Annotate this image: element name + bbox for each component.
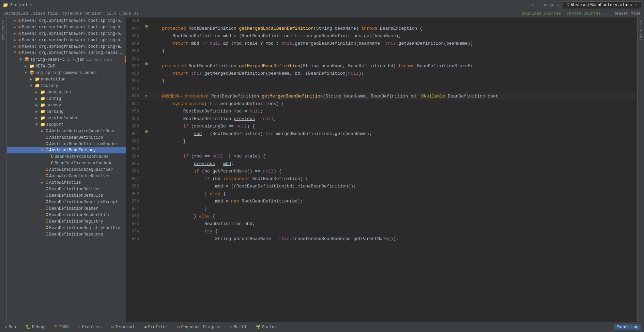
class-abstract-autowire[interactable]: ▶ C AbstractAutowireCapableBear bbox=[7, 128, 126, 134]
class-icon-bppc: C bbox=[51, 154, 53, 159]
minimize-icon[interactable]: — bbox=[556, 2, 560, 9]
code-line-968: 968 mbd = ((RootBeanDefinition)bd).clone… bbox=[126, 183, 637, 190]
jar-root[interactable]: ▼ 📦 spring-beans-5.3.7.jar library root bbox=[7, 56, 126, 63]
class-bean-def-registry[interactable]: ▶ C BeanDefinitionRegistry bbox=[7, 218, 126, 225]
problems-button[interactable]: ⚠ Problems bbox=[76, 324, 104, 330]
class-abstract-bean-factory[interactable]: ▼ C AbstractBeanFactory bbox=[7, 147, 126, 153]
class-bean-post-cache[interactable]: ▶ C BeanPostProcessorCache bbox=[7, 153, 126, 160]
gear-icon[interactable]: ⚙ bbox=[550, 1, 554, 9]
build-button[interactable]: ⚒ Build bbox=[228, 324, 248, 330]
factory-serviceloader[interactable]: ▶ 📁 serviceloader bbox=[7, 115, 126, 121]
maven-item-beans[interactable]: ▼ m Maven: org.springframework:spring-be… bbox=[7, 50, 126, 56]
class-icon-bdd: C bbox=[46, 193, 48, 198]
class-bean-def-resource[interactable]: ▶ C BeanDefinitionResource bbox=[7, 231, 126, 238]
sync-icon[interactable]: ⊕ bbox=[531, 1, 535, 9]
maven-item-2[interactable]: ▶ m Maven: org.springframework.boot:spri… bbox=[7, 24, 126, 30]
factory-annotation[interactable]: ▶ 📁 annotation bbox=[7, 89, 126, 95]
project-sidebar: ▶ m Maven: org.springframework.boot:spri… bbox=[7, 17, 126, 322]
run-button[interactable]: ▶ Run bbox=[3, 324, 18, 330]
top-bar: 📁 Project ▾ ⊕ ⊟ ⊠ ⚙ — C AbstractBeanFact… bbox=[0, 0, 644, 10]
code-content: 946 947 protected RootBeanDefinition get… bbox=[126, 17, 637, 243]
class-abstract-bean-def[interactable]: ▶ C AbstractBeanDefinition bbox=[7, 134, 126, 141]
code-line-956: 956 ▶ @砖业洋— protected RootBeanDefinition… bbox=[126, 92, 637, 100]
profiler-button[interactable]: ◈ Profiler bbox=[142, 324, 170, 330]
seq-icon: ⊡ bbox=[177, 325, 180, 330]
code-line-958: 958 RootBeanDefinition mbd = null; bbox=[126, 108, 637, 115]
close-tab-icon[interactable]: × bbox=[635, 3, 638, 7]
info-bar: Decompiled .class file, bytecode version… bbox=[0, 10, 644, 17]
class-icon-aa: C bbox=[46, 129, 48, 134]
jar-icon: 📦 bbox=[24, 57, 29, 62]
code-line-948: 948 RootBeanDefinition mbd = (RootBeanDe… bbox=[126, 32, 637, 40]
factory-support[interactable]: ▼ 📁 support bbox=[7, 121, 126, 128]
class-autowire-utils[interactable]: ▶ C AutowireUtils bbox=[7, 179, 126, 186]
maven-icon-3: m bbox=[18, 31, 21, 36]
sequence-diagram-button[interactable]: ⊡ Sequence Diagram bbox=[175, 324, 222, 330]
class-autowire-qual[interactable]: ▶ C AutowireCandidateQualifier bbox=[7, 166, 126, 173]
debug-button[interactable]: 🐛 Debug bbox=[24, 324, 46, 330]
package-org[interactable]: ▼ 📦 org.springframework.beans bbox=[7, 70, 126, 76]
gutter-961 bbox=[143, 130, 150, 133]
code-line-952: 952 protected RootBeanDefinition getMerg… bbox=[126, 62, 637, 70]
build-icon: ⚒ bbox=[230, 325, 232, 330]
code-line-960: 960 if (containingBd == null) { bbox=[126, 123, 637, 130]
breakpoint-dot[interactable] bbox=[145, 25, 148, 28]
class-icon-bdreg: C bbox=[46, 219, 48, 224]
maven-item-5[interactable]: ▶ m Maven: org.springframework.boot:spri… bbox=[7, 43, 126, 50]
structure-tab[interactable]: Structure bbox=[1, 17, 6, 43]
class-bean-def-reader-utils[interactable]: ▶ C BeanDefinitionReaderUtils bbox=[7, 212, 126, 218]
breakpoint-dot-961[interactable] bbox=[145, 130, 148, 133]
code-line-974: 974 try { bbox=[126, 228, 637, 235]
folder-icon: 📁 bbox=[3, 2, 8, 8]
folder-icon-parsing: 📁 bbox=[40, 109, 45, 114]
class-abstract-bean-def-reader[interactable]: ▶ C AbstractBeanDefinitionReader bbox=[7, 141, 126, 147]
class-bean-def-reader[interactable]: ▶ C BeanDefinitionReader bbox=[7, 205, 126, 212]
maven-icon-2: m bbox=[18, 25, 21, 30]
class-autowire-resolver[interactable]: ▶ C AutowireCandidateResolver bbox=[7, 173, 126, 179]
meta-inf-folder[interactable]: ▶ 📁 META-INF bbox=[7, 63, 126, 70]
choose-sources-link[interactable]: Choose Sources... bbox=[566, 11, 608, 16]
maven-item-4[interactable]: ▶ m Maven: org.springframework.boot:spri… bbox=[7, 37, 126, 43]
code-line-953: 953 return this.getMergedBeanDefinition(… bbox=[126, 70, 637, 77]
folder-icon-meta: 📁 bbox=[29, 64, 34, 69]
project-label[interactable]: 📁 Project ▾ bbox=[3, 2, 32, 8]
factory-config[interactable]: ▶ 📁 config bbox=[7, 95, 126, 102]
annotation-folder[interactable]: ▶ 📁 annotation bbox=[7, 76, 126, 82]
maven-icon-beans: m bbox=[18, 50, 21, 55]
folder-icon-svc: 📁 bbox=[40, 116, 45, 121]
class-bean-def-registry-post[interactable]: ▶ C BeanDefinitionRegistryPostPro bbox=[7, 225, 126, 231]
breakpoint-dot-952[interactable] bbox=[145, 62, 148, 65]
class-bean-def-defaults[interactable]: ▶ C BeanDefinitionDefaults bbox=[7, 192, 126, 199]
class-icon-au: C bbox=[46, 180, 48, 185]
factory-groovy[interactable]: ▶ 📁 groovy bbox=[7, 102, 126, 108]
code-editor[interactable]: 946 947 protected RootBeanDefinition get… bbox=[126, 17, 637, 322]
class-icon-acr: C bbox=[46, 174, 48, 179]
code-line-965: 965 previous = mbd; bbox=[126, 160, 637, 168]
decompile-info: Decompiled .class file, bytecode version… bbox=[3, 11, 138, 16]
package-icon: 📦 bbox=[29, 70, 34, 75]
factory-folder[interactable]: ▼ 📁 factory bbox=[7, 82, 126, 89]
todo-icon: ☰ bbox=[54, 325, 58, 330]
maven-item-1[interactable]: ▶ m Maven: org.springframework.boot:spri… bbox=[7, 17, 126, 24]
factory-parsing[interactable]: ▶ 📁 parsing bbox=[7, 108, 126, 115]
download-sources-link[interactable]: Download Sources bbox=[522, 11, 561, 16]
code-line-946: 946 bbox=[126, 17, 637, 25]
favorites-tab[interactable]: Favorites bbox=[638, 17, 644, 43]
active-tab[interactable]: C AbstractBeanFactory.class × bbox=[563, 1, 641, 9]
todo-button[interactable]: ☰ TODO bbox=[52, 324, 71, 330]
code-line-973: 973 BeanDefinition pbd; bbox=[126, 220, 637, 228]
code-line-947: 947 protected RootBeanDefinition getMerg… bbox=[126, 25, 637, 32]
class-icon-abd: C bbox=[46, 135, 48, 140]
layout-icon[interactable]: ⊟ bbox=[537, 1, 541, 9]
class-bean-def-builder[interactable]: ▶ C BeanDefinitionBuilder bbox=[7, 186, 126, 192]
spring-button[interactable]: 🌱 Spring bbox=[254, 324, 279, 330]
maven-item-3[interactable]: ▶ m Maven: org.springframework.boot:spri… bbox=[7, 30, 126, 37]
class-bean-post-cache-a[interactable]: ▶ C BeanPostProcessorCacheA bbox=[7, 160, 126, 166]
code-line-963: 963 bbox=[126, 145, 637, 153]
event-log-button[interactable]: Event Log bbox=[614, 324, 641, 330]
gutter-952 bbox=[143, 62, 150, 65]
maven-icon-4: m bbox=[18, 38, 21, 43]
split-h-icon[interactable]: ⊠ bbox=[543, 1, 547, 9]
class-bean-def-override[interactable]: ▶ C BeanDefinitionOverrideExcept bbox=[7, 199, 126, 205]
terminal-button[interactable]: ⊞ Terminal bbox=[109, 324, 137, 330]
